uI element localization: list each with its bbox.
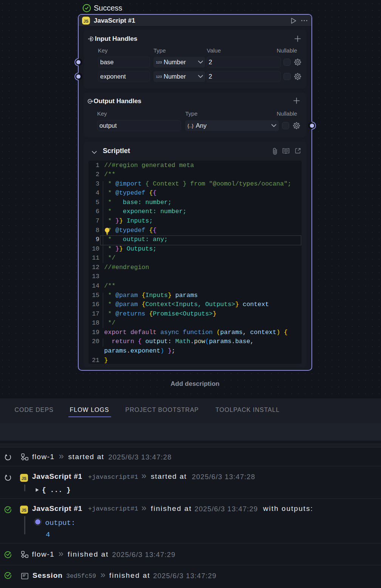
svg-text:JS: JS [84,19,88,23]
svg-text:JS: JS [22,508,26,512]
svg-text:JS: JS [22,476,26,481]
